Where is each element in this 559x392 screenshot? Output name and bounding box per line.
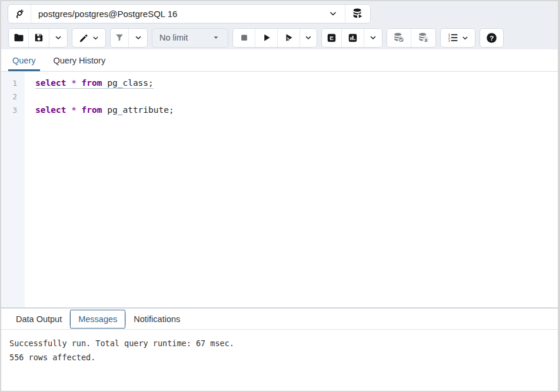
chevron-down-icon xyxy=(134,33,142,42)
messages-panel: Successfully run. Total query runtime: 6… xyxy=(1,330,558,391)
execute-button-group xyxy=(232,28,317,48)
chevron-down-icon xyxy=(461,34,469,42)
code-line[interactable]: select * from pg_attribute; xyxy=(35,103,558,117)
transaction-button-group xyxy=(387,28,436,48)
tab-query-history[interactable]: Query History xyxy=(49,49,110,71)
filter-options-button[interactable] xyxy=(129,29,147,47)
sql-token-keyword: select xyxy=(35,78,66,88)
commit-button[interactable] xyxy=(387,29,411,47)
svg-text:?: ? xyxy=(490,33,494,42)
connection-widget: postgres/postgres@PostgreSQL 16 xyxy=(8,4,371,24)
sql-token-plain xyxy=(76,105,82,115)
line-number: 2 xyxy=(1,90,17,103)
sql-token-plain: pg_class; xyxy=(102,78,154,88)
bar-chart-icon xyxy=(347,32,358,43)
stop-button[interactable] xyxy=(233,29,255,47)
save-options-button[interactable] xyxy=(49,29,67,47)
sql-token-plain xyxy=(66,78,71,88)
sql-token-operator: * xyxy=(71,78,76,88)
sql-token-keyword: from xyxy=(82,105,102,115)
numbered-list-icon: 1 2 3 xyxy=(447,32,459,43)
row-limit-select[interactable]: No limit xyxy=(152,28,228,48)
output-tabbar: Data OutputMessagesNotifications xyxy=(1,307,558,330)
filter-button-group xyxy=(110,28,148,48)
execute-options-play-button[interactable] xyxy=(278,29,300,47)
sql-token-operator: * xyxy=(71,105,76,115)
line-number: 1 xyxy=(1,76,17,90)
help-icon: ? xyxy=(485,32,498,44)
explain-button-group: E xyxy=(321,28,382,48)
row-limit-value: No limit xyxy=(159,33,211,42)
caret-down-icon xyxy=(211,33,221,42)
help-button[interactable]: ? xyxy=(480,29,503,47)
rollback-button[interactable] xyxy=(411,29,435,47)
pencil-icon xyxy=(78,32,89,43)
sql-token-plain xyxy=(66,105,71,115)
database-new-connection-icon xyxy=(351,7,364,20)
open-file-button[interactable] xyxy=(9,29,29,47)
tab-messages[interactable]: Messages xyxy=(70,310,125,329)
filter-button[interactable] xyxy=(111,29,129,47)
chevron-down-icon xyxy=(304,33,312,42)
play-with-cursor-icon xyxy=(284,32,294,43)
help-button-group: ? xyxy=(480,28,504,48)
edit-button-group xyxy=(72,28,106,48)
chevron-down-icon xyxy=(92,34,99,42)
tab-query[interactable]: Query xyxy=(8,49,40,71)
line-number: 3 xyxy=(1,103,17,117)
chevron-down-icon xyxy=(54,33,62,42)
sql-code-area[interactable]: select * from pg_class;select * from pg_… xyxy=(25,72,558,307)
execute-button[interactable] xyxy=(255,29,278,47)
connection-bar: postgres/postgres@PostgreSQL 16 xyxy=(1,1,558,26)
execute-dropdown-button[interactable] xyxy=(300,29,317,47)
connection-select[interactable]: postgres/postgres@PostgreSQL 16 xyxy=(31,5,345,23)
tab-notifications[interactable]: Notifications xyxy=(126,309,188,329)
stop-icon xyxy=(239,32,249,43)
filter-icon xyxy=(114,32,125,43)
tab-data-output[interactable]: Data Output xyxy=(8,309,69,329)
message-line: 556 rows affected. xyxy=(9,350,550,364)
connection-label: postgres/postgres@PostgreSQL 16 xyxy=(38,9,328,19)
macros-button-group: 1 2 3 xyxy=(440,28,475,48)
sql-editor[interactable]: 123 select * from pg_class;select * from… xyxy=(1,72,558,307)
svg-text:E: E xyxy=(330,35,334,41)
query-toolbar: No limit xyxy=(1,26,558,49)
save-button[interactable] xyxy=(29,29,49,47)
edit-menu-button[interactable] xyxy=(72,29,105,47)
sql-token-keyword: from xyxy=(82,78,102,88)
sql-token-plain xyxy=(76,78,82,88)
query-tabbar: QueryQuery History xyxy=(1,49,558,72)
message-line: Successfully run. Total query runtime: 6… xyxy=(9,336,550,350)
play-icon xyxy=(261,32,272,43)
new-connection-button[interactable] xyxy=(345,5,370,23)
sql-token-keyword: select xyxy=(35,105,66,115)
line-number-gutter: 123 xyxy=(1,72,25,307)
file-button-group xyxy=(8,28,68,48)
code-line[interactable] xyxy=(35,90,558,103)
explain-analyze-button[interactable] xyxy=(342,29,364,47)
database-rollback-icon xyxy=(417,31,430,44)
macros-button[interactable]: 1 2 3 xyxy=(441,29,475,47)
plug-icon xyxy=(8,5,31,23)
explain-options-button[interactable] xyxy=(364,29,382,47)
code-line[interactable]: select * from pg_class; xyxy=(35,76,558,90)
save-icon xyxy=(33,32,45,43)
chevron-down-icon xyxy=(369,33,377,42)
chevron-down-icon xyxy=(328,9,338,18)
explain-e-icon: E xyxy=(326,32,337,43)
explain-button[interactable]: E xyxy=(322,29,342,47)
database-commit-icon xyxy=(392,31,405,44)
sql-token-plain: pg_attribute; xyxy=(102,105,174,115)
svg-text:3: 3 xyxy=(448,39,450,42)
query-tool-window: postgres/postgres@PostgreSQL 16 xyxy=(0,0,559,392)
folder-icon xyxy=(13,32,25,43)
